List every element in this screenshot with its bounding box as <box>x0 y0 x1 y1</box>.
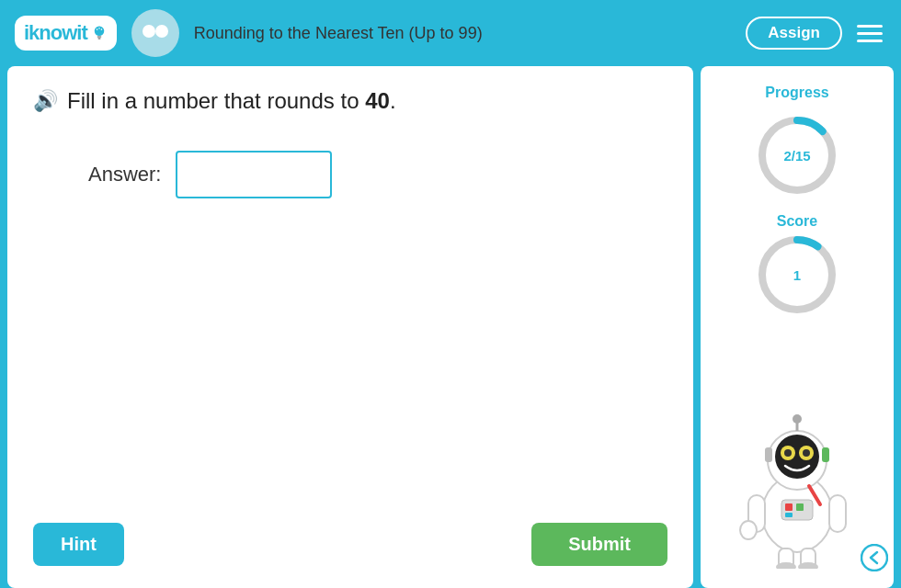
left-panel: 🔊 Fill in a number that rounds to 40. An… <box>7 66 693 588</box>
svg-point-7 <box>155 25 168 38</box>
bulb-icon <box>91 25 108 41</box>
svg-rect-22 <box>822 447 829 462</box>
answer-label: Answer: <box>88 163 161 187</box>
logo: iknowit <box>15 16 117 51</box>
question-suffix: . <box>390 88 396 113</box>
svg-line-4 <box>97 29 97 30</box>
answer-input[interactable] <box>176 151 332 198</box>
svg-line-5 <box>101 29 102 30</box>
lesson-badge <box>131 9 179 57</box>
submit-button[interactable]: Submit <box>531 523 667 566</box>
menu-icon <box>857 25 883 28</box>
menu-icon <box>857 40 883 42</box>
progress-value: 2/15 <box>783 148 810 164</box>
svg-rect-24 <box>785 503 793 511</box>
header: iknowit Rounding to the Nearest Ten (Up … <box>0 0 901 66</box>
answer-area: Answer: <box>88 151 667 198</box>
menu-icon <box>857 32 883 35</box>
assign-button[interactable]: Assign <box>746 17 842 50</box>
svg-point-17 <box>784 449 792 457</box>
menu-button[interactable] <box>853 21 886 46</box>
lesson-title: Rounding to the Nearest Ten (Up to 99) <box>194 24 732 43</box>
back-icon <box>861 544 888 571</box>
svg-rect-26 <box>785 513 793 517</box>
progress-circle: 2/15 <box>756 114 838 197</box>
svg-point-6 <box>143 25 155 38</box>
badge-icon <box>137 15 174 51</box>
svg-rect-28 <box>829 495 846 532</box>
question-area: 🔊 Fill in a number that rounds to 40. <box>33 88 667 114</box>
right-panel: Progress 2/15 Score 1 <box>701 66 894 588</box>
svg-rect-1 <box>97 36 102 38</box>
svg-point-18 <box>803 449 810 457</box>
svg-rect-25 <box>796 503 804 511</box>
sound-icon[interactable]: 🔊 <box>33 89 58 113</box>
score-circle: 1 <box>756 233 838 316</box>
question-text: Fill in a number that rounds to 40. <box>67 88 396 114</box>
robot-area <box>724 390 871 573</box>
score-section: Score 1 <box>756 213 838 316</box>
logo-text: iknowit <box>24 21 87 45</box>
question-number: 40 <box>365 88 390 113</box>
svg-rect-21 <box>765 447 772 462</box>
bottom-buttons: Hint Submit <box>33 523 667 566</box>
score-value: 1 <box>793 267 801 283</box>
svg-rect-2 <box>97 38 100 40</box>
svg-point-29 <box>740 521 757 539</box>
question-prefix: Fill in a number that rounds to <box>67 88 365 113</box>
score-label: Score <box>777 213 817 230</box>
progress-label: Progress <box>765 85 828 101</box>
main-container: 🔊 Fill in a number that rounds to 40. An… <box>7 66 894 588</box>
svg-point-20 <box>793 414 802 424</box>
hint-button[interactable]: Hint <box>33 523 124 566</box>
robot-icon <box>728 394 866 569</box>
svg-point-35 <box>861 545 887 571</box>
header-actions: Assign <box>746 17 886 50</box>
back-button[interactable] <box>861 544 888 575</box>
